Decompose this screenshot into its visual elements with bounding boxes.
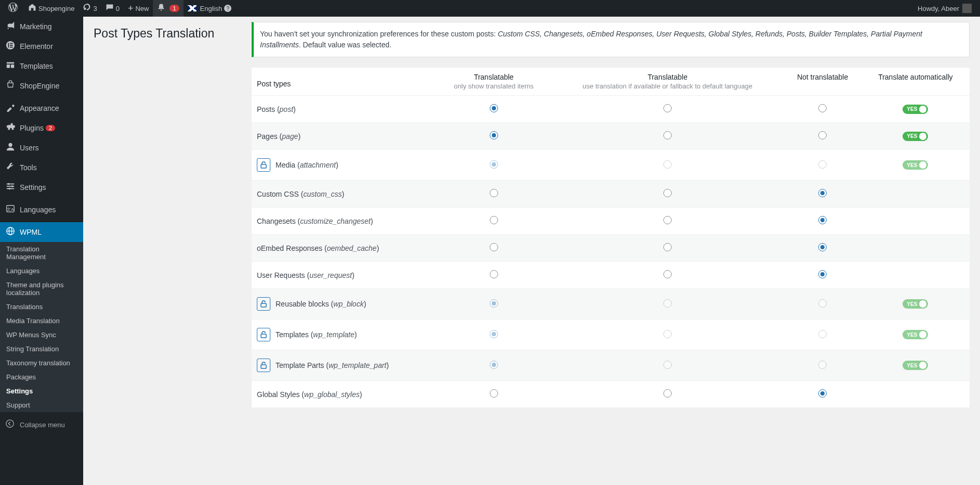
lock-icon[interactable] [257,297,270,311]
appearance-icon [5,103,16,114]
radio-option-0 [490,160,498,169]
radio-option-0[interactable] [490,104,498,112]
submenu-item-media-translation[interactable]: Media Translation [0,314,83,328]
lock-icon[interactable] [257,359,270,372]
radio-option-1[interactable] [663,131,672,139]
sidebar-item-label: WPML [20,228,42,236]
radio-option-2[interactable] [818,243,827,251]
submenu-item-translations[interactable]: Translations [0,300,83,314]
radio-option-0[interactable] [490,389,498,398]
sidebar-item-tools[interactable]: Tools [0,158,83,177]
language-switcher[interactable]: English ? [184,0,236,17]
submenu-item-packages[interactable]: Packages [0,370,83,384]
post-type-label: Custom CSS (custom_css) [257,190,344,198]
sidebar-item-label: ShopEngine [20,82,59,90]
sidebar-item-shopengine[interactable]: ShopEngine [0,76,83,96]
updates-link[interactable]: 3 [79,0,101,17]
submenu-item-settings[interactable]: Settings [0,384,83,398]
auto-translate-toggle: YES [903,330,928,339]
users-icon [5,142,16,154]
radio-option-2[interactable] [818,131,827,139]
sidebar-item-settings[interactable]: Settings [0,177,83,197]
radio-option-2[interactable] [818,216,827,224]
submenu-item-string-translation[interactable]: String Translation [0,342,83,356]
radio-option-0[interactable] [490,243,498,251]
toggle-label: YES [907,106,917,112]
flag-icon [188,5,197,11]
sidebar-item-label: Users [20,144,39,152]
radio-option-0[interactable] [490,189,498,197]
sidebar-item-label: Plugins [20,124,44,132]
radio-option-1[interactable] [663,216,672,224]
wp-logo[interactable] [4,0,24,17]
svg-rect-2 [10,43,12,44]
elementor-icon [5,41,16,52]
radio-option-2[interactable] [818,389,827,398]
submenu-item-translation-management[interactable]: Translation Management [0,242,83,264]
plugins-icon [5,122,16,134]
submenu-item-wp-menus-sync[interactable]: WP Menus Sync [0,328,83,342]
radio-option-0[interactable] [490,270,498,278]
table-row: oEmbed Responses (oembed_cache) [252,235,970,262]
auto-translate-toggle[interactable]: YES [903,105,928,114]
sidebar-item-elementor[interactable]: Elementor [0,36,83,56]
radio-option-2[interactable] [818,104,827,112]
sidebar-item-appearance[interactable]: Appearance [0,98,83,118]
radio-option-1[interactable] [663,189,672,197]
sidebar-item-label: Elementor [20,42,53,50]
col-fallback: Translatable use translation if availabl… [551,68,784,96]
account-link[interactable]: Howdy, Abeer [913,0,976,17]
comments-link[interactable]: 0 [101,0,124,17]
language-label: English [200,5,223,12]
col-translate-auto: Translate automatically [861,68,970,96]
toggle-label: YES [907,133,917,139]
svg-rect-3 [10,45,12,46]
settings-icon [5,182,16,193]
sidebar-item-marketing[interactable]: Marketing [0,17,83,36]
sidebar-item-label: Settings [20,183,46,192]
radio-option-1[interactable] [663,243,672,251]
new-content-link[interactable]: + New [124,0,153,17]
post-type-label: Global Styles (wp_global_styles) [257,390,362,399]
post-types-table-wrap: Post types Translatable only show transl… [252,68,970,407]
radio-option-2 [818,160,827,169]
new-label: New [135,5,149,12]
notice-suffix: . Default value was selected. [299,41,391,49]
sidebar-item-wpml[interactable]: WPML [0,222,83,242]
sidebar-item-languages[interactable]: 文ALanguages [0,200,83,220]
svg-text:文A: 文A [7,207,14,212]
submenu-item-taxonomy-translation[interactable]: Taxonomy translation [0,356,83,370]
radio-option-1 [663,299,672,308]
sync-notice: You haven't set your synchronization pre… [252,22,970,57]
table-row: Custom CSS (custom_css) [252,181,970,208]
sidebar-item-label: Appearance [20,104,59,112]
wpml-icon [5,226,16,238]
megaphone-icon [5,21,16,32]
submenu-item-languages[interactable]: Languages [0,264,83,278]
radio-option-0[interactable] [490,131,498,139]
svg-rect-18 [261,164,266,168]
radio-option-1[interactable] [663,104,672,112]
svg-rect-19 [261,303,266,307]
sidebar-item-plugins[interactable]: Plugins2 [0,118,83,138]
notification-link[interactable]: 1 [153,0,183,17]
sidebar-item-users[interactable]: Users [0,138,83,158]
submenu-item-support[interactable]: Support [0,398,83,412]
svg-point-11 [8,188,10,190]
sidebar-item-templates[interactable]: Templates [0,56,83,76]
site-name-link[interactable]: Shopengine [24,0,79,17]
collapse-menu[interactable]: Collapse menu [0,415,83,418]
radio-option-1[interactable] [663,270,672,278]
radio-option-2[interactable] [818,270,827,278]
lock-icon[interactable] [257,158,270,172]
wpml-submenu: Translation ManagementLanguagesTheme and… [0,242,83,412]
toggle-label: YES [907,301,917,307]
auto-translate-toggle[interactable]: YES [903,132,928,141]
howdy-text: Howdy, Abeer [918,5,959,12]
lock-icon[interactable] [257,328,270,341]
toggle-label: YES [907,162,917,168]
radio-option-0[interactable] [490,216,498,224]
radio-option-2[interactable] [818,189,827,197]
submenu-item-theme-and-plugins-localization[interactable]: Theme and plugins localization [0,278,83,300]
radio-option-1[interactable] [663,389,672,398]
